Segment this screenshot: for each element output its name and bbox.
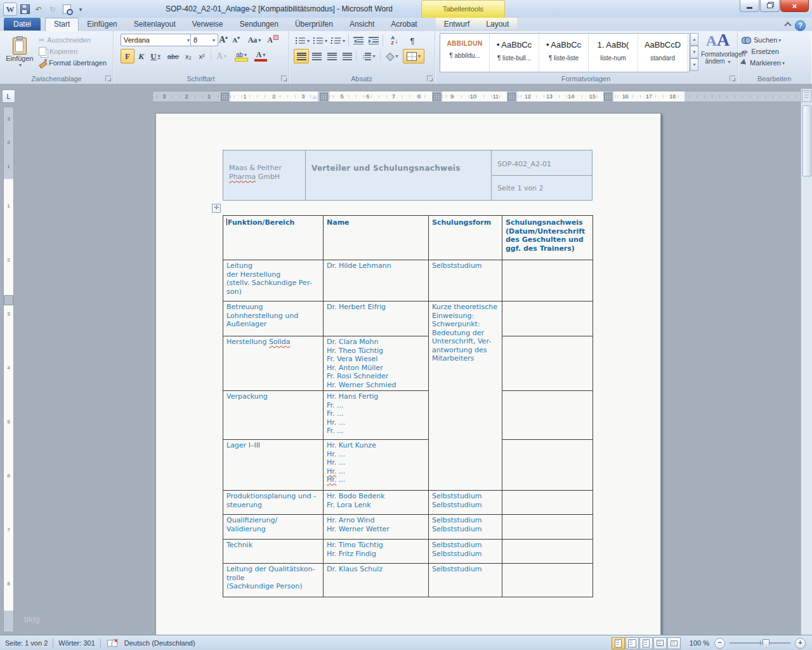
cell-schulungsnachweis[interactable]: [502, 440, 593, 491]
align-left-button[interactable]: [294, 49, 309, 63]
line-spacing-button[interactable]: ↕▾: [358, 49, 379, 63]
superscript-button[interactable]: x²: [195, 49, 209, 63]
language-indicator[interactable]: Deutsch (Deutschland): [119, 639, 200, 647]
dialog-launcher-icon[interactable]: [730, 76, 735, 81]
align-right-button[interactable]: [324, 49, 339, 63]
cell-funktion[interactable]: Qualifizierung/Validierung: [223, 515, 324, 540]
justify-button[interactable]: [339, 49, 355, 63]
gallery-scroll-down-button[interactable]: ▼: [690, 46, 698, 58]
ribbon-tab-entwurf[interactable]: Entwurf: [436, 18, 478, 30]
subscript-button[interactable]: x₂: [181, 49, 195, 63]
table-column-marker[interactable]: [320, 93, 328, 101]
cell-schulungsnachweis[interactable]: [502, 564, 593, 597]
multilevel-list-button[interactable]: ▾: [329, 34, 347, 48]
zoom-level[interactable]: 100 %: [690, 639, 709, 647]
cell-name[interactable]: Dr. Hilde Lehmann: [324, 260, 429, 302]
cell-schulungsnachweis[interactable]: [502, 515, 593, 540]
header-cell-funktion-bereich[interactable]: Funktion/Bereich: [223, 216, 324, 260]
bold-button[interactable]: F: [121, 49, 134, 63]
view-web-layout-button[interactable]: [639, 637, 653, 649]
cell-funktion[interactable]: Leitungder Herstellung(stellv. Sachkundi…: [223, 260, 324, 302]
cell-schulungsform[interactable]: Selbststudium: [429, 564, 502, 597]
table-column-marker[interactable]: [508, 93, 516, 101]
table-column-marker[interactable]: [433, 93, 441, 101]
cell-name[interactable]: Dr. Herbert Eifrig: [324, 302, 429, 336]
print-preview-button[interactable]: [61, 4, 72, 15]
cell-funktion[interactable]: Lager I–III: [223, 440, 324, 491]
page-indicator[interactable]: Seite: 1 von 2: [0, 639, 53, 647]
collapse-ribbon-button[interactable]: [784, 22, 792, 28]
gallery-scroll-up-button[interactable]: ▲: [690, 33, 698, 46]
training-table[interactable]: Funktion/BereichNameSchulungsformSchulun…: [223, 215, 593, 597]
change-styles-button[interactable]: AA Formatvorlagen ändern ▾: [701, 32, 735, 72]
ribbon-tab-sendungen[interactable]: Sendungen: [231, 18, 286, 30]
select-button[interactable]: Markieren ▾: [741, 57, 785, 69]
cell-funktion[interactable]: BetreuungLohnherstellung undAußenlager: [223, 302, 324, 336]
clear-formatting-button[interactable]: A: [265, 33, 280, 47]
ribbon-tab-seitenlayout[interactable]: Seitenlayout: [126, 18, 184, 30]
text-effects-button[interactable]: A▾: [213, 49, 230, 63]
cell-schulungsform[interactable]: Selbststudium: [429, 260, 502, 302]
style-item--liste-liste[interactable]: • AaBbCc¶ liste-liste: [539, 34, 589, 72]
cell-name[interactable]: Hr. Kurt KunzeHr. ...Hr. ...Hr. ...Hr. .…: [324, 440, 429, 491]
ribbon-tab-layout[interactable]: Layout: [478, 18, 517, 30]
zoom-in-button[interactable]: +: [795, 638, 806, 649]
sort-button[interactable]: AZ ↓: [386, 34, 403, 48]
view-fullscreen-reading-button[interactable]: [625, 637, 639, 649]
underline-button[interactable]: U▾: [147, 49, 164, 63]
highlight-color-button[interactable]: ab▾: [232, 49, 251, 63]
cut-button[interactable]: ✂ Ausschneiden: [38, 34, 91, 46]
minimize-button[interactable]: [740, 0, 759, 12]
borders-button[interactable]: ▾: [403, 49, 424, 63]
font-name-combobox[interactable]: Verdana ▾: [121, 34, 193, 46]
word-count[interactable]: Wörter: 301: [53, 639, 100, 647]
cell-name[interactable]: Hr. Hans FertigFr. ...Fr. ...Hr. ...Fr. …: [324, 391, 429, 440]
replace-button[interactable]: ab Ersetzen: [741, 46, 780, 57]
cell-name[interactable]: Dr. Klaus Schulz: [324, 564, 429, 597]
cell-funktion[interactable]: Leitung der Qualitätskon-trolle(Sachkund…: [223, 564, 324, 597]
show-paragraph-marks-button[interactable]: ¶: [405, 34, 419, 48]
style-item-standard[interactable]: AaBbCcDstandard: [638, 34, 688, 72]
cell-funktion[interactable]: Technik: [223, 540, 324, 564]
cell-name[interactable]: Hr. Timo TüchtigHr. Fritz Findig: [324, 540, 429, 564]
style-item-liste-num[interactable]: 1. AaBb(liste-num: [589, 34, 638, 72]
cell-schulungsform[interactable]: SelbststudiumSelbststudium: [429, 515, 502, 540]
header-page-cell[interactable]: Seite 1 von 2: [492, 176, 592, 200]
decrease-indent-button[interactable]: [351, 34, 366, 48]
save-button[interactable]: [19, 4, 30, 15]
cell-name[interactable]: Hr. Bodo BedenkFr. Lora Lenk: [324, 491, 429, 515]
table-row-marker[interactable]: [4, 295, 13, 305]
ruler-toggle-button[interactable]: [802, 90, 811, 102]
view-draft-button[interactable]: [667, 637, 681, 649]
zoom-out-button[interactable]: −: [714, 638, 725, 649]
header-company-cell[interactable]: Maas & PeitherPharma GmbH: [223, 150, 306, 200]
style-item--liste-bull-[interactable]: • AaBbCc¶ liste-bull...: [490, 34, 539, 72]
redo-button[interactable]: ↻: [47, 4, 58, 15]
ribbon-tab-datei[interactable]: Datei: [4, 18, 41, 30]
document-page[interactable]: Maas & PeitherPharma GmbH Verteiler und …: [155, 113, 661, 635]
ribbon-tab--berpr-fen[interactable]: Überprüfen: [287, 18, 341, 30]
restore-button[interactable]: [760, 0, 780, 12]
cell-schulungsform[interactable]: SelbststudiumSelbststudium: [429, 491, 502, 515]
font-size-combobox[interactable]: 8 ▾: [190, 34, 218, 46]
zoom-slider-track[interactable]: [730, 642, 790, 644]
align-center-button[interactable]: [309, 49, 324, 63]
zoom-slider-thumb[interactable]: [763, 639, 769, 648]
cell-schulungsnachweis[interactable]: [502, 302, 593, 336]
right-indent-marker[interactable]: [311, 92, 318, 99]
ribbon-tab-ansicht[interactable]: Ansicht: [341, 18, 383, 30]
cell-schulungsnachweis[interactable]: [502, 260, 593, 302]
table-move-handle[interactable]: ✛: [212, 204, 221, 213]
shading-button[interactable]: ▾: [383, 49, 402, 63]
ribbon-tab-start[interactable]: Start: [45, 18, 79, 31]
grow-font-button[interactable]: A▴: [216, 33, 230, 47]
copy-button[interactable]: Kopieren: [38, 46, 78, 57]
font-color-button[interactable]: A▾: [252, 49, 270, 63]
undo-button[interactable]: ↶: [33, 4, 44, 15]
cell-schulungsnachweis[interactable]: [502, 540, 593, 564]
format-painter-button[interactable]: Format übertragen: [38, 57, 107, 69]
header-code-cell[interactable]: SOP-402_A2-01: [492, 150, 592, 176]
doc-header-table[interactable]: Maas & PeitherPharma GmbH Verteiler und …: [223, 150, 593, 201]
bullets-button[interactable]: ▾: [294, 34, 311, 48]
cell-funktion[interactable]: Herstellung Solida: [223, 336, 324, 391]
